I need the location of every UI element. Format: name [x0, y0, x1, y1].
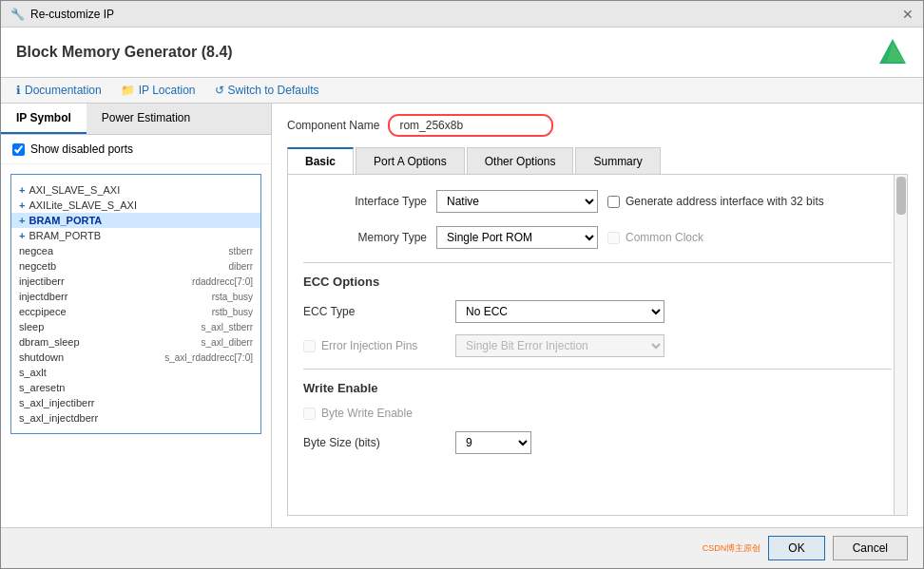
item-right-label: s_axl_stberr: [202, 322, 253, 332]
main-window: 🔧 Re-customize IP ✕ Block Memory Generat…: [0, 0, 924, 569]
generate-address-row: Generate address interface with 32 bits: [607, 195, 824, 208]
write-enable-section: Write Enable Byte Write Enable Byte Size…: [303, 381, 892, 454]
interface-type-label: Interface Type: [303, 195, 427, 208]
component-name-input[interactable]: [389, 115, 552, 136]
window-icon: 🔧: [10, 8, 25, 21]
component-name-label: Component Name: [287, 119, 379, 132]
item-label: dbram_sleep: [19, 336, 80, 348]
expand-icon: +: [19, 184, 25, 196]
list-item: injectdberr rsta_busy: [11, 289, 260, 304]
list-item: s_aresetn: [11, 380, 260, 395]
memory-type-select[interactable]: Single Port ROM Simple Dual Port RAM Tru…: [436, 226, 598, 249]
title-bar-left: 🔧 Re-customize IP: [10, 8, 114, 21]
item-right-label: stberr: [228, 246, 253, 256]
list-item: negcea stberr: [11, 243, 260, 258]
common-clock-label: Common Clock: [626, 231, 703, 244]
tab-ip-symbol[interactable]: IP Symbol: [1, 104, 87, 134]
common-clock-checkbox[interactable]: [607, 232, 620, 244]
generate-address-label: Generate address interface with 32 bits: [626, 195, 824, 208]
generate-address-checkbox[interactable]: [607, 196, 620, 208]
list-item: injectiberr rdaddrecc[7:0]: [11, 274, 260, 289]
tab-other-options[interactable]: Other Options: [467, 147, 574, 174]
ip-location-label: IP Location: [139, 84, 196, 97]
item-right-label: rstb_busy: [212, 307, 253, 317]
expand-icon: +: [19, 215, 25, 226]
tab-power-estimation[interactable]: Power Estimation: [87, 104, 205, 134]
item-right-label: diberr: [228, 261, 253, 272]
config-tabs: Basic Port A Options Other Options Summa…: [287, 147, 908, 175]
tab-summary[interactable]: Summary: [575, 147, 660, 174]
item-label: AXI_SLAVE_S_AXI: [29, 184, 120, 196]
tab-port-a-options[interactable]: Port A Options: [356, 147, 465, 174]
show-disabled-checkbox[interactable]: [12, 143, 25, 156]
ecc-divider: [303, 262, 892, 263]
byte-write-enable-label: Byte Write Enable: [321, 407, 413, 420]
ecc-type-select[interactable]: No ECC Encode Only Decode Only Both Enco…: [455, 300, 664, 323]
switch-to-defaults-label: Switch to Defaults: [228, 84, 319, 97]
error-injection-checkbox[interactable]: [303, 340, 316, 352]
byte-write-enable-checkbox[interactable]: [303, 408, 316, 420]
refresh-icon: ↺: [215, 84, 224, 97]
item-label: s_axl_injectiberr: [19, 397, 94, 408]
expand-icon: +: [19, 230, 25, 241]
item-label: negcea: [19, 245, 53, 256]
item-right-label: s_axl_diberr: [202, 337, 253, 348]
error-injection-row: Error Injection Pins Single Bit Error In…: [303, 334, 892, 357]
config-scrollbar[interactable]: [894, 175, 907, 515]
byte-size-label: Byte Size (bits): [303, 436, 446, 449]
ip-location-button[interactable]: 📁 IP Location: [121, 84, 196, 97]
error-injection-label: Error Injection Pins: [321, 339, 417, 352]
item-label: negcetb: [19, 260, 56, 272]
item-label: sleep: [19, 321, 44, 332]
byte-write-enable-row: Byte Write Enable: [303, 407, 892, 420]
error-injection-select[interactable]: Single Bit Error Injection Double Bit Er…: [455, 334, 664, 357]
item-label: BRAM_PORTB: [29, 230, 101, 241]
item-right-label: rdaddrecc[7:0]: [192, 276, 253, 287]
ok-button[interactable]: OK: [768, 536, 824, 560]
list-item: negcetb diberr: [11, 258, 260, 274]
item-label: BRAM_PORTA: [29, 215, 102, 226]
list-item: + BRAM_PORTB: [11, 228, 260, 243]
switch-to-defaults-button[interactable]: ↺ Switch to Defaults: [215, 84, 319, 97]
app-header: Block Memory Generator (8.4): [1, 28, 923, 78]
ecc-type-row: ECC Type No ECC Encode Only Decode Only …: [303, 300, 892, 323]
item-label: s_axlt: [19, 367, 47, 378]
bottom-bar: CSDN博主原创 OK Cancel: [1, 527, 923, 568]
expand-icon: +: [19, 199, 25, 211]
documentation-button[interactable]: ℹ Documentation: [16, 84, 102, 97]
byte-size-row: Byte Size (bits) 9 8: [303, 431, 892, 454]
byte-size-select[interactable]: 9 8: [455, 431, 531, 454]
common-clock-row: Common Clock: [607, 231, 703, 244]
title-bar: 🔧 Re-customize IP ✕: [1, 1, 923, 28]
window-title: Re-customize IP: [30, 8, 114, 21]
item-label: injectdberr: [19, 291, 67, 302]
interface-type-row: Interface Type Native AXI4 Generate addr…: [303, 190, 892, 213]
symbol-area: + AXI_SLAVE_S_AXI + AXILite_SLAVE_S_AXI …: [1, 164, 271, 527]
info-icon: ℹ: [16, 84, 21, 97]
list-item: + BRAM_PORTA: [11, 213, 260, 228]
item-label: s_aresetn: [19, 382, 65, 393]
list-item: + AXILite_SLAVE_S_AXI: [11, 198, 260, 213]
list-item: s_axl_injectiberr: [11, 395, 260, 410]
xilinx-logo: [877, 37, 908, 67]
list-item: s_axlt: [11, 365, 260, 380]
left-tabs-header: IP Symbol Power Estimation: [1, 104, 271, 135]
scroll-thumb[interactable]: [896, 177, 906, 215]
documentation-label: Documentation: [25, 84, 102, 97]
ecc-type-label: ECC Type: [303, 305, 446, 318]
show-disabled-label: Show disabled ports: [30, 142, 133, 156]
list-item: dbram_sleep s_axl_diberr: [11, 334, 260, 350]
item-label: eccpipece: [19, 306, 67, 317]
list-item: eccpipece rstb_busy: [11, 304, 260, 319]
watermark: CSDN博主原创: [703, 542, 761, 555]
right-panel: Component Name Basic Port A Options Othe…: [272, 104, 923, 527]
symbol-box: + AXI_SLAVE_S_AXI + AXILite_SLAVE_S_AXI …: [10, 174, 261, 434]
ecc-section-title: ECC Options: [303, 275, 892, 289]
close-button[interactable]: ✕: [902, 7, 914, 22]
list-item: s_axl_injectdberr: [11, 410, 260, 426]
cancel-button[interactable]: Cancel: [833, 536, 908, 560]
interface-type-select[interactable]: Native AXI4: [436, 190, 598, 213]
component-name-row: Component Name: [287, 115, 908, 136]
tab-basic[interactable]: Basic: [287, 147, 354, 174]
item-right-label: rsta_busy: [212, 292, 253, 302]
